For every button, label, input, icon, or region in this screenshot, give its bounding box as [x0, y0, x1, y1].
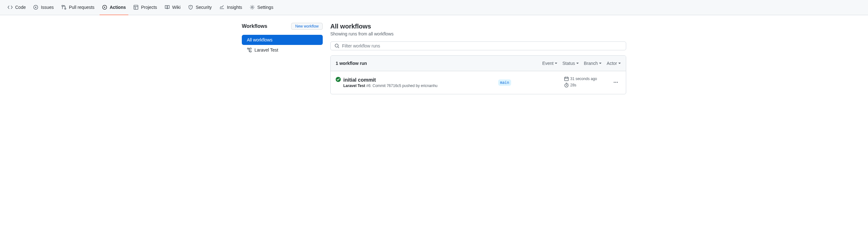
filter-label: Branch	[584, 61, 598, 66]
time-ago: 31 seconds ago	[570, 77, 597, 81]
branch-column: main	[498, 80, 561, 86]
svg-point-3	[64, 8, 66, 9]
tab-label: Issues	[41, 5, 54, 10]
svg-point-7	[248, 48, 249, 49]
time-column: 31 seconds ago 28s	[564, 76, 608, 89]
search-input[interactable]	[342, 44, 622, 49]
svg-point-10	[335, 44, 338, 47]
tab-label: Insights	[227, 5, 242, 10]
workflows-sidebar: Workflows New workflow All workflows Lar…	[242, 23, 323, 94]
filter-actor[interactable]: Actor	[607, 61, 621, 66]
code-icon	[8, 5, 13, 10]
svg-point-6	[252, 6, 253, 8]
run-meta-rest: : Commit 76716c5 pushed by ericnanhu	[370, 84, 437, 88]
kebab-icon	[613, 80, 618, 85]
run-meta: Laravel Test #6: Commit 76716c5 pushed b…	[343, 84, 496, 88]
runs-header: 1 workflow run Event Status Branch	[331, 56, 626, 71]
tab-insights[interactable]: Insights	[217, 0, 245, 15]
duration-row: 28s	[564, 83, 608, 88]
svg-point-14	[614, 82, 615, 83]
play-icon	[102, 5, 107, 10]
runs-count: 1 workflow run	[336, 61, 367, 66]
tab-label: Security	[196, 5, 212, 10]
tab-label: Settings	[257, 5, 273, 10]
run-menu-button[interactable]	[611, 80, 621, 86]
tab-settings[interactable]: Settings	[247, 0, 276, 15]
caret-down-icon	[555, 63, 557, 64]
tab-actions[interactable]: Actions	[99, 0, 128, 15]
page-title: All workflows	[330, 23, 626, 30]
caret-down-icon	[599, 63, 601, 64]
run-number: #6	[366, 84, 370, 88]
svg-point-16	[617, 82, 618, 83]
issue-icon	[33, 5, 38, 10]
git-pull-request-icon	[61, 5, 66, 10]
tab-projects[interactable]: Projects	[131, 0, 160, 15]
tab-code[interactable]: Code	[5, 0, 28, 15]
shield-icon	[188, 5, 193, 10]
svg-rect-5	[134, 5, 138, 9]
main-content: All workflows Showing runs from all work…	[330, 23, 626, 94]
table-icon	[133, 5, 138, 10]
svg-rect-12	[564, 77, 568, 81]
tab-label: Code	[15, 5, 26, 10]
filter-event[interactable]: Event	[542, 61, 557, 66]
stopwatch-icon	[564, 83, 569, 88]
sidebar-header: Workflows New workflow	[242, 23, 323, 30]
filter-label: Event	[542, 61, 554, 66]
svg-point-1	[35, 7, 36, 8]
graph-icon	[219, 5, 224, 10]
time-ago-row: 31 seconds ago	[564, 76, 608, 81]
sidebar-item-label: All workflows	[247, 37, 273, 42]
filter-status[interactable]: Status	[562, 61, 579, 66]
svg-point-15	[615, 82, 616, 83]
run-workflow-name[interactable]: Laravel Test	[343, 84, 365, 88]
sidebar-item-laravel-test[interactable]: Laravel Test	[242, 45, 323, 55]
tab-issues[interactable]: Issues	[31, 0, 56, 15]
gear-icon	[250, 5, 255, 10]
run-title[interactable]: initial commit	[343, 77, 496, 83]
sidebar-title: Workflows	[242, 23, 268, 29]
run-info: initial commit Laravel Test #6: Commit 7…	[343, 77, 496, 88]
tab-security[interactable]: Security	[186, 0, 214, 15]
new-workflow-button[interactable]: New workflow	[291, 23, 323, 30]
filter-label: Actor	[607, 61, 617, 66]
runs-list: 1 workflow run Event Status Branch	[330, 55, 626, 94]
filters: Event Status Branch Actor	[542, 61, 621, 66]
caret-down-icon	[618, 63, 621, 64]
svg-point-2	[62, 5, 63, 6]
main-container: Workflows New workflow All workflows Lar…	[232, 15, 636, 102]
filter-branch[interactable]: Branch	[584, 61, 601, 66]
sidebar-item-all-workflows[interactable]: All workflows	[242, 35, 323, 45]
branch-label[interactable]: main	[498, 80, 511, 86]
search-box[interactable]	[330, 41, 626, 50]
tab-wiki[interactable]: Wiki	[162, 0, 183, 15]
calendar-icon	[564, 76, 569, 81]
filter-label: Status	[562, 61, 575, 66]
sidebar-item-label: Laravel Test	[254, 48, 278, 53]
book-icon	[165, 5, 170, 10]
run-row[interactable]: initial commit Laravel Test #6: Commit 7…	[331, 71, 626, 94]
caret-down-icon	[576, 63, 579, 64]
tab-label: Projects	[141, 5, 157, 10]
page-subtitle: Showing runs from all workflows	[330, 31, 626, 36]
duration: 28s	[570, 83, 576, 87]
workflow-icon	[247, 48, 252, 53]
tab-label: Actions	[110, 5, 126, 10]
tab-label: Wiki	[172, 5, 181, 10]
search-icon	[335, 44, 340, 49]
svg-rect-8	[250, 48, 251, 49]
tab-pull-requests[interactable]: Pull requests	[59, 0, 97, 15]
tab-label: Pull requests	[69, 5, 94, 10]
repo-nav: Code Issues Pull requests Actions Projec…	[0, 0, 868, 15]
svg-rect-9	[250, 51, 251, 52]
success-icon	[336, 77, 341, 83]
